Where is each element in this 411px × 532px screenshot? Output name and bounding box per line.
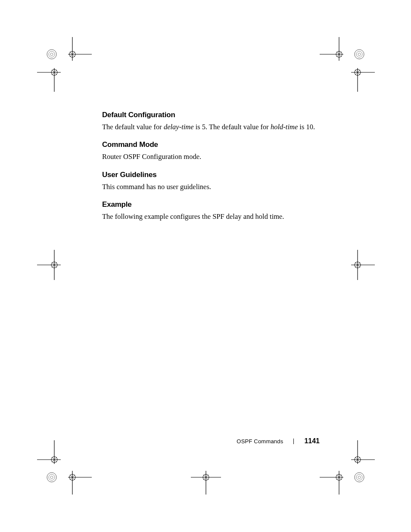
crop-mark-icon — [191, 464, 221, 495]
svg-point-56 — [358, 476, 361, 479]
heading-command-mode: Command Mode — [102, 140, 320, 149]
text-command-mode: Router OSPF Configuration mode. — [102, 152, 320, 162]
svg-point-41 — [47, 473, 56, 482]
heading-user-guidelines: User Guidelines — [102, 171, 320, 179]
heading-default-configuration: Default Configuration — [102, 111, 320, 119]
text-user-guidelines: This command has no user guidelines. — [102, 182, 320, 192]
term-delay-time: delay-time — [164, 123, 194, 131]
svg-point-0 — [47, 50, 56, 59]
svg-point-2 — [50, 53, 53, 56]
text-example: The following example configures the SPF… — [102, 212, 320, 221]
svg-point-54 — [355, 473, 364, 482]
text-fragment: is 5. The default value for — [194, 123, 271, 131]
crop-mark-icon — [320, 464, 350, 495]
crop-mark-icon — [345, 62, 375, 92]
text-default-configuration: The default value for delay-time is 5. T… — [102, 122, 320, 132]
svg-point-1 — [49, 51, 55, 57]
footer-section-title: OSPF Commands — [237, 438, 283, 445]
crop-mark-icon — [37, 62, 67, 92]
crop-mark-icon — [37, 250, 67, 280]
svg-point-43 — [50, 476, 53, 479]
footer-page-number: 1141 — [304, 437, 320, 445]
svg-point-42 — [49, 474, 55, 480]
crop-mark-icon — [354, 472, 364, 482]
svg-point-13 — [355, 50, 364, 59]
crop-mark-icon — [354, 49, 364, 59]
crop-mark-icon — [47, 49, 57, 59]
crop-mark-icon — [47, 472, 57, 482]
svg-point-15 — [358, 53, 361, 56]
page-footer: OSPF Commands 1141 — [237, 437, 320, 445]
term-hold-time: hold-time — [271, 123, 298, 131]
heading-example: Example — [102, 200, 320, 209]
crop-mark-icon — [345, 250, 375, 280]
page-content: Default Configuration The default value … — [102, 111, 320, 230]
crop-mark-icon — [62, 464, 92, 495]
footer-separator — [293, 439, 294, 444]
text-fragment: The default value for — [102, 123, 164, 131]
text-fragment: is 10. — [298, 123, 315, 131]
svg-point-55 — [356, 474, 362, 480]
svg-point-14 — [356, 51, 362, 57]
